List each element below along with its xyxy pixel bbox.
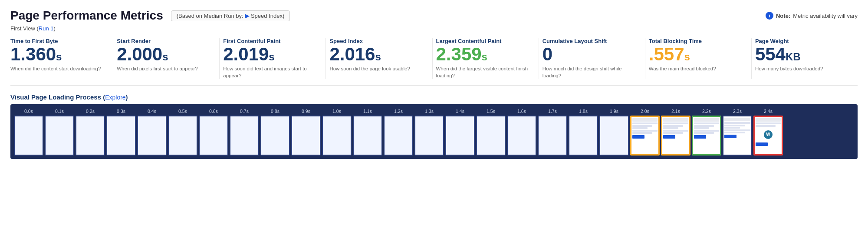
page-wrapper: Page Performance Metrics (Based on Media… xyxy=(0,0,868,159)
frame-time-label: 1.4s xyxy=(445,109,475,114)
frame-time-label: 0.8s xyxy=(260,109,290,114)
metric-value-tbt: .557s xyxy=(649,45,744,63)
frame-box xyxy=(507,116,536,156)
frame-box xyxy=(137,116,167,156)
filmstrip-container: 0.0s0.1s0.2s0.3s0.4s0.5s0.6s0.7s0.8s0.9s… xyxy=(10,104,858,159)
frame-time-label: 0.9s xyxy=(291,109,321,114)
frame-time-label: 1.7s xyxy=(538,109,567,114)
frame-wrapper: 1.7s xyxy=(538,109,567,156)
first-view-suffix: ) xyxy=(53,25,55,32)
visual-loading-header: Visual Page Loading Process (Explore) xyxy=(10,93,858,101)
page-title: Page Performance Metrics xyxy=(10,9,163,23)
frame-box xyxy=(661,116,690,156)
frame-wrapper: 0.6s xyxy=(199,109,228,156)
frame-box xyxy=(476,116,506,156)
frame-time-label: 0.0s xyxy=(14,109,43,114)
frame-wrapper: 1.5s xyxy=(476,109,506,156)
frame-time-label: 1.9s xyxy=(599,109,629,114)
frame-wrapper: 2.3s xyxy=(723,109,752,156)
metric-desc-start-render: When did pixels first start to appear? xyxy=(117,65,212,72)
frame-wrapper: 1.9s xyxy=(599,109,629,156)
frame-time-label: 1.6s xyxy=(507,109,536,114)
frame-time-label: 0.6s xyxy=(199,109,228,114)
frame-box xyxy=(353,116,382,156)
frame-wrapper: 0.3s xyxy=(106,109,136,156)
metrics-grid: Time to First Byte1.360sWhen did the con… xyxy=(10,38,858,86)
frame-time-label: 0.3s xyxy=(106,109,136,114)
frame-box xyxy=(322,116,352,156)
metric-desc-speed-index: How soon did the page look usable? xyxy=(329,65,425,72)
frame-wrapper: 0.5s xyxy=(168,109,197,156)
metric-label-speed-index: Speed Index xyxy=(329,38,425,44)
frame-wrapper: 2.1s xyxy=(661,109,690,156)
frame-wrapper: 2.4s W xyxy=(753,109,783,156)
frame-time-label: 0.1s xyxy=(45,109,74,114)
frame-wrapper: 0.1s xyxy=(45,109,74,156)
header-left: Page Performance Metrics (Based on Media… xyxy=(10,9,290,23)
metric-label-cls: Cumulative Layout Shift xyxy=(542,38,638,44)
frame-box xyxy=(168,116,197,156)
frame-time-label: 0.5s xyxy=(168,109,197,114)
metric-desc-ttfb: When did the content start downloading? xyxy=(10,65,106,72)
frame-time-label: 2.2s xyxy=(692,109,721,114)
frame-box xyxy=(384,116,413,156)
play-icon: ▶ xyxy=(245,13,251,19)
frame-time-label: 1.2s xyxy=(384,109,413,114)
frame-box xyxy=(76,116,105,156)
note-box: i Note: Metric availability will vary xyxy=(766,12,858,20)
frame-time-label: 0.7s xyxy=(230,109,259,114)
frame-wrapper: 1.1s xyxy=(353,109,382,156)
frame-time-label: 0.4s xyxy=(137,109,167,114)
frame-wrapper: 1.3s xyxy=(414,109,444,156)
frame-box xyxy=(599,116,629,156)
frame-time-label: 2.3s xyxy=(723,109,752,114)
frame-box: W xyxy=(753,116,783,156)
run1-link[interactable]: Run 1 xyxy=(39,25,54,32)
metric-label-page-weight: Page Weight xyxy=(755,38,851,44)
metric-desc-page-weight: How many bytes downloaded? xyxy=(755,65,851,72)
first-view-row: First View (Run 1) xyxy=(10,25,858,32)
note-text: Metric availability will vary xyxy=(793,13,858,19)
frame-box xyxy=(199,116,228,156)
filmstrip-frames: 0.0s0.1s0.2s0.3s0.4s0.5s0.6s0.7s0.8s0.9s… xyxy=(14,109,854,156)
frame-box xyxy=(45,116,74,156)
frame-wrapper: 0.9s xyxy=(291,109,321,156)
metric-value-fcp: 2.019s xyxy=(223,45,319,63)
metric-desc-lcp: When did the largest visible content fin… xyxy=(436,65,532,79)
frame-wrapper: 1.4s xyxy=(445,109,475,156)
frame-box xyxy=(414,116,444,156)
metric-ttfb: Time to First Byte1.360sWhen did the con… xyxy=(10,38,113,79)
metric-value-ttfb: 1.360s xyxy=(10,45,106,63)
frame-wrapper: 2.2s xyxy=(692,109,721,156)
frame-wrapper: 1.8s xyxy=(569,109,598,156)
frame-wrapper: 2.0s xyxy=(630,109,660,156)
frame-wrapper: 0.2s xyxy=(76,109,105,156)
frame-box xyxy=(230,116,259,156)
frame-time-label: 2.4s xyxy=(753,109,783,114)
frame-time-label: 2.0s xyxy=(630,109,660,114)
metric-desc-fcp: How soon did text and images start to ap… xyxy=(223,65,319,79)
metric-value-lcp: 2.359s xyxy=(436,45,532,63)
frame-box xyxy=(630,116,660,156)
frame-time-label: 1.0s xyxy=(322,109,352,114)
explore-link[interactable]: Explore xyxy=(105,94,125,101)
median-metric: Speed Index) xyxy=(251,13,284,19)
first-view-prefix: First View ( xyxy=(10,25,39,32)
metric-desc-cls: How much did the design shift while load… xyxy=(542,65,638,79)
frame-box xyxy=(538,116,567,156)
metric-value-page-weight: 554KB xyxy=(755,45,851,63)
frame-wrapper: 0.4s xyxy=(137,109,167,156)
frame-time-label: 1.8s xyxy=(569,109,598,114)
metric-lcp: Largest Contentful Paint2.359sWhen did t… xyxy=(433,38,539,79)
metric-label-fcp: First Contentful Paint xyxy=(223,38,319,44)
frame-time-label: 1.5s xyxy=(476,109,506,114)
frame-box xyxy=(569,116,598,156)
metric-tbt: Total Blocking Time.557sWas the main thr… xyxy=(645,38,752,79)
metric-label-lcp: Largest Contentful Paint xyxy=(436,38,532,44)
header-row: Page Performance Metrics (Based on Media… xyxy=(10,9,858,23)
frame-wrapper: 1.0s xyxy=(322,109,352,156)
metric-fcp: First Contentful Paint2.019sHow soon did… xyxy=(220,38,326,79)
metric-value-cls: 0 xyxy=(542,45,638,63)
metric-start-render: Start Render2.000sWhen did pixels first … xyxy=(113,38,220,79)
note-label: Note: xyxy=(776,13,790,19)
